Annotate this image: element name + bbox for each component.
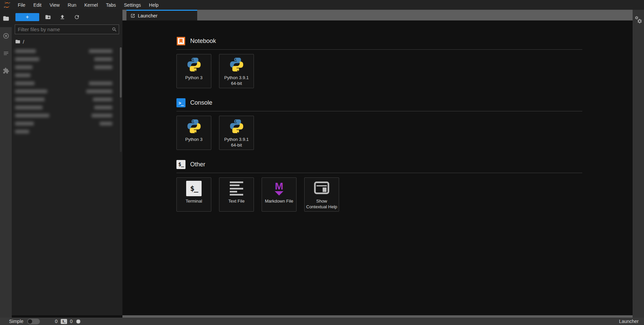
python-logo <box>229 57 245 74</box>
simple-mode-toggle[interactable] <box>27 319 40 324</box>
file-browser-toolbar: + <box>12 13 122 21</box>
status-left: Simple 0 $_ 0 <box>9 319 81 324</box>
file-row-redacted[interactable] <box>12 71 120 79</box>
menu-items: FileEditViewRunKernelTabsSettingsHelp <box>14 0 163 10</box>
puzzle-icon <box>3 67 9 74</box>
launcher-card-python-3-9-1-64-bit[interactable]: Python 3.9.164-bit <box>219 116 254 150</box>
file-modified-redacted <box>93 98 112 101</box>
section-title: Notebook <box>190 38 216 45</box>
card-label: Python 3 <box>177 75 210 81</box>
file-row-redacted[interactable] <box>12 104 120 112</box>
section-header-notebook: Notebook <box>176 37 582 46</box>
card-label: Python 3.9.164-bit <box>220 75 253 87</box>
card-label: Text File <box>220 199 253 204</box>
card-icon <box>177 119 211 135</box>
file-row-redacted[interactable] <box>12 120 120 128</box>
right-sidebar <box>633 10 644 318</box>
console-icon: >_ <box>176 98 185 107</box>
file-name-redacted <box>15 122 34 125</box>
file-name-redacted <box>15 114 49 117</box>
section-header-other: $_Other <box>176 160 582 169</box>
filter-files-input[interactable] <box>15 26 110 32</box>
contextual-help-icon <box>314 181 329 196</box>
launcher-panel: NotebookPython 3Python 3.9.164-bit>_Cons… <box>122 20 633 315</box>
terminal-icon: $_ <box>186 181 202 196</box>
file-listing <box>12 47 120 152</box>
sidebar-item-file-browser[interactable] <box>0 10 12 27</box>
launcher-section-other: $_Other$_TerminalText FileMMarkdown File… <box>176 160 582 212</box>
stop-circle-icon <box>3 33 9 39</box>
launcher-card-markdown-file[interactable]: MMarkdown File <box>262 177 297 212</box>
kernel-chip-icon <box>75 319 81 324</box>
cards-row: Python 3Python 3.9.164-bit <box>176 54 582 88</box>
session-counters[interactable]: 0 $_ 0 <box>55 319 82 324</box>
menu-item-edit[interactable]: Edit <box>30 0 46 10</box>
new-launcher-button[interactable]: + <box>15 13 39 21</box>
breadcrumb[interactable]: / <box>15 38 24 45</box>
launcher-card-terminal[interactable]: $_Terminal <box>176 177 211 212</box>
launcher-card-text-file[interactable]: Text File <box>219 177 254 212</box>
launcher-card-python-3[interactable]: Python 3 <box>176 54 211 88</box>
section-divider <box>176 49 582 50</box>
sidebar-item-running-sessions[interactable] <box>0 27 12 45</box>
section-title: Other <box>190 161 205 168</box>
upload-icon[interactable] <box>57 13 68 21</box>
python-logo <box>229 118 245 136</box>
tab-launcher[interactable]: Launcher <box>126 10 197 20</box>
menu-item-tabs[interactable]: Tabs <box>102 0 120 10</box>
filter-files-box <box>15 24 119 34</box>
file-row-redacted[interactable] <box>12 55 120 63</box>
launcher-section-notebook: NotebookPython 3Python 3.9.164-bit <box>176 37 582 88</box>
menu-item-help[interactable]: Help <box>145 0 163 10</box>
file-row-redacted[interactable] <box>12 79 120 88</box>
menu-item-kernel[interactable]: Kernel <box>80 0 102 10</box>
menu-item-settings[interactable]: Settings <box>120 0 145 10</box>
file-row-redacted[interactable] <box>12 128 120 136</box>
file-row-redacted[interactable] <box>12 88 120 96</box>
sidebar-item-extension-manager[interactable] <box>0 62 12 79</box>
launcher-card-python-3-9-1-64-bit[interactable]: Python 3.9.164-bit <box>219 54 254 88</box>
folder-icon <box>3 15 9 22</box>
markdown-icon: M <box>275 181 283 196</box>
file-modified-redacted <box>94 57 112 61</box>
menu-item-view[interactable]: View <box>46 0 64 10</box>
terminal-icon: $_ <box>61 319 67 324</box>
sidebar-item-table-of-contents[interactable] <box>0 45 12 62</box>
new-folder-icon[interactable] <box>42 13 54 21</box>
card-label: ShowContextual Help <box>305 199 338 210</box>
section-header-console: >_Console <box>176 98 582 107</box>
python-logo <box>186 118 202 136</box>
launcher-card-python-3[interactable]: Python 3 <box>176 116 211 150</box>
card-icon <box>177 57 211 73</box>
file-browser-panel: + / <box>12 10 122 315</box>
file-modified-redacted <box>92 114 112 117</box>
file-list-scrollbar[interactable] <box>120 47 122 152</box>
card-label: Python 3 <box>177 137 210 143</box>
breadcrumb-root[interactable]: / <box>23 39 24 45</box>
file-row-redacted[interactable] <box>12 47 120 55</box>
home-folder-icon <box>15 39 20 44</box>
search-icon <box>110 27 119 32</box>
file-name-redacted <box>15 98 45 101</box>
launcher-section-console: >_ConsolePython 3Python 3.9.164-bit <box>176 98 582 150</box>
menu-item-run[interactable]: Run <box>64 0 80 10</box>
jupyter-logo-icon <box>3 1 11 9</box>
card-label: Terminal <box>177 199 210 204</box>
kernel-count: 0 <box>70 319 73 324</box>
cards-row: $_TerminalText FileMMarkdown FileShowCon… <box>176 177 582 212</box>
text-file-icon <box>230 181 243 196</box>
file-row-redacted[interactable] <box>12 63 120 71</box>
launcher-icon <box>130 13 135 18</box>
notebook-icon <box>176 37 185 46</box>
file-modified-redacted <box>100 122 112 125</box>
file-row-redacted[interactable] <box>12 96 120 104</box>
launcher-card-show-contextual-help[interactable]: ShowContextual Help <box>304 177 339 212</box>
file-modified-redacted <box>89 49 112 53</box>
property-inspector-gears-icon[interactable] <box>634 15 642 24</box>
file-name-redacted <box>15 130 29 133</box>
refresh-icon[interactable] <box>71 13 83 21</box>
jupyterlab-app: FileEditViewRunKernelTabsSettingsHelp + <box>0 0 644 325</box>
file-row-redacted[interactable] <box>12 112 120 120</box>
menu-item-file[interactable]: File <box>14 0 30 10</box>
card-icon <box>219 57 254 73</box>
